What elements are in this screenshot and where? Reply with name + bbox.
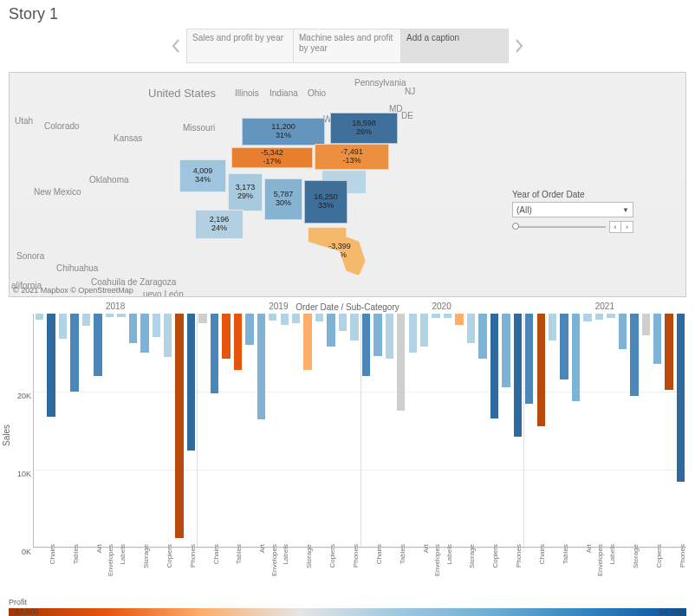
state-mississippi[interactable]: 3,17329% [228,173,263,211]
bar[interactable] [444,314,451,318]
bar[interactable] [129,314,137,343]
bar-category-label: Labels [119,544,127,565]
bar[interactable] [514,314,522,437]
bar[interactable] [70,314,78,392]
year-filter-slider[interactable] [512,226,606,228]
caption-tab-2[interactable]: Add a caption [401,29,509,63]
bar[interactable] [572,314,580,401]
bar-slot [151,314,162,547]
bar-slot [81,314,92,547]
bar[interactable] [525,314,533,404]
bar[interactable] [187,314,195,451]
bar[interactable] [59,314,67,339]
state-north-carolina[interactable]: -7,491-13% [315,144,389,170]
bar[interactable] [153,314,160,337]
bar[interactable] [677,314,685,482]
bar[interactable] [175,314,183,538]
bar[interactable] [630,314,638,396]
state-tennessee[interactable]: -5,342-17% [231,147,313,168]
bar[interactable] [642,314,650,335]
bar[interactable] [409,314,417,353]
bar[interactable] [164,314,172,357]
state-arkansas[interactable]: 4,00934% [179,159,226,192]
bar[interactable] [281,314,289,325]
bar[interactable] [619,314,627,349]
year-header: 2018 [34,302,197,311]
bar[interactable] [140,314,148,353]
bar[interactable] [292,314,300,323]
bar[interactable] [94,314,101,376]
year-filter-prev-button[interactable]: ‹ [609,221,621,233]
map-bg-label: Illinois [235,88,259,98]
bar[interactable] [36,314,43,320]
bar[interactable] [339,314,347,331]
state-kentucky[interactable]: 11,20031% [242,118,325,146]
bar[interactable] [397,314,405,411]
bar-slot: Copiers [489,314,500,547]
state-georgia[interactable]: 16,25033% [304,180,348,224]
chart-plot-area[interactable]: 2018201920202021 ChairsTablesArtEnvelope… [33,314,686,548]
bar[interactable] [607,314,614,318]
bar[interactable] [490,314,498,418]
bar[interactable] [373,314,381,356]
bar[interactable] [432,314,439,318]
bar[interactable] [222,314,230,359]
bar-slot [220,314,231,547]
bar[interactable] [653,314,661,364]
state-alabama[interactable]: 5,78730% [264,178,302,220]
bar-category-label: Tables [399,544,406,564]
bar[interactable] [257,314,265,419]
bar-category-label: Envelopes [107,544,114,576]
bar[interactable] [583,314,591,321]
bar-category-label: Art [422,544,430,553]
y-tick: 10K [17,470,31,478]
bar[interactable] [211,314,218,393]
bar[interactable] [502,314,510,387]
bar[interactable] [549,314,556,340]
map-bg-label: New Mexico [34,187,81,197]
caption-tab-1[interactable]: Machine sales and profit by year [294,29,401,63]
bar[interactable] [350,314,358,340]
bar[interactable] [106,314,114,317]
bar[interactable] [665,314,672,390]
bar[interactable] [303,314,311,370]
state-virginia[interactable]: 18,59826% [330,113,398,144]
bar-slot: Phones [512,314,523,547]
bar[interactable] [595,314,603,320]
bar[interactable] [386,314,393,359]
map-bg-label: Sonora [16,251,44,261]
bar[interactable] [478,314,486,359]
bar-slot [360,314,372,547]
bar[interactable] [234,314,242,370]
bar-category-label: Copiers [491,544,499,568]
map-panel[interactable]: United StatesUtahColoradoKansasMissouriI… [9,72,686,297]
bar-slot: Art [92,314,103,547]
bar[interactable] [47,314,55,417]
state-florida[interactable]: -3,399-4% [308,227,372,276]
bar-slot: Tables [232,314,244,547]
bar[interactable] [245,314,253,345]
bar[interactable] [467,314,475,343]
bar[interactable] [198,314,206,323]
bar[interactable] [455,314,463,325]
state-louisiana[interactable]: 2,19624% [195,210,244,239]
bar[interactable] [560,314,568,379]
next-caption-button[interactable] [509,38,529,54]
bar[interactable] [82,314,90,326]
year-filter-next-button[interactable]: › [621,221,633,233]
caption-tab-0[interactable]: Sales and profit by year [186,29,294,63]
bar-chart-panel: Order Date / Sub-Category Sales 0K10K20K… [0,297,695,598]
bar[interactable] [315,314,323,321]
bar[interactable] [269,314,276,321]
prev-caption-button[interactable] [166,38,186,54]
bar[interactable] [420,314,428,347]
bar[interactable] [117,314,125,317]
bar[interactable] [327,314,335,347]
bar-slot: Envelopes [430,314,441,547]
year-filter-select[interactable]: (All) ▼ [512,202,633,217]
bar-category-label: Storage [468,544,476,568]
bar-category-label: Storage [305,544,313,568]
bar[interactable] [537,314,545,426]
bar-slot [500,314,511,547]
bar[interactable] [362,314,370,376]
